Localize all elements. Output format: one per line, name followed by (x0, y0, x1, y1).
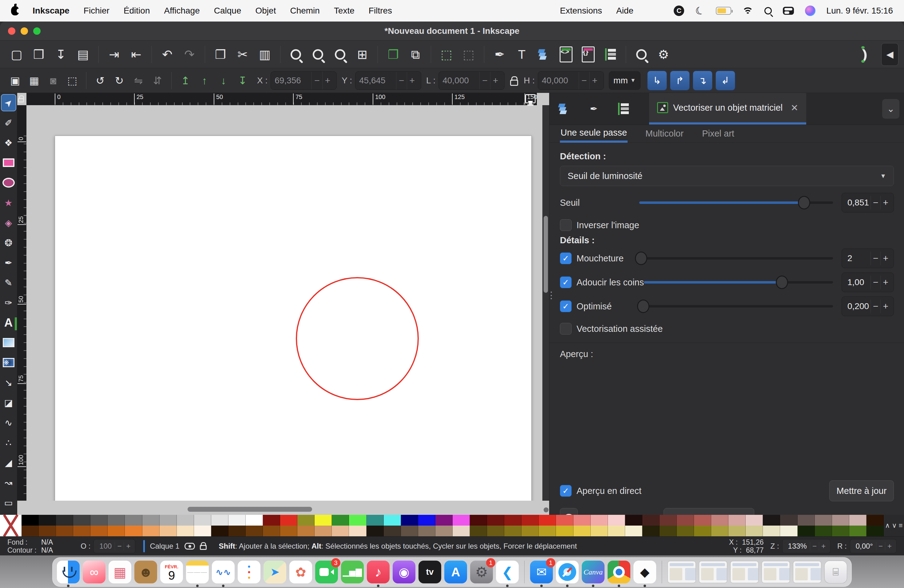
trace-bitmap-dialog-tab[interactable]: Vectoriser un objet matriciel ✕ (649, 93, 806, 125)
horizontal-scrollbar[interactable] (27, 506, 524, 514)
snap-toggle-button[interactable]: ) (853, 43, 876, 65)
menubar-clock[interactable]: Lun. 9 févr. 15:16 (827, 6, 893, 16)
color-swatch[interactable] (780, 515, 797, 526)
y-plus-button[interactable]: + (407, 72, 417, 90)
node-tool[interactable]: ✐ (1, 114, 16, 131)
menu-item[interactable]: Texte (334, 6, 354, 16)
chevron-down-icon[interactable]: ⌄ (882, 99, 899, 119)
threshold-spinbox[interactable]: 0,851 − + (842, 193, 894, 212)
color-swatch[interactable] (539, 515, 556, 526)
gradient-tool[interactable] (1, 334, 16, 351)
rotate-cw-button[interactable]: ↻ (110, 71, 129, 90)
live-preview-checkbox[interactable]: ✓ (560, 485, 572, 497)
color-swatch[interactable] (798, 526, 815, 536)
color-swatch[interactable] (659, 526, 677, 536)
color-swatch[interactable] (90, 526, 107, 536)
color-swatch[interactable] (642, 526, 659, 536)
color-swatch[interactable] (160, 515, 177, 526)
color-swatch[interactable] (56, 515, 73, 526)
color-swatch[interactable] (125, 515, 142, 526)
color-swatch[interactable] (401, 526, 418, 536)
y-minus-button[interactable]: − (396, 72, 407, 90)
color-swatch[interactable] (849, 515, 866, 526)
dock-settings[interactable]: ⚙1 (470, 561, 493, 583)
dock-chrome[interactable] (608, 561, 631, 583)
zoom-to-page-button[interactable] (329, 43, 351, 65)
width-plus-button[interactable]: + (490, 72, 501, 90)
threshold-plus[interactable]: + (880, 196, 890, 209)
color-swatch[interactable] (384, 526, 401, 536)
option-spinbox[interactable]: 0,200−+ (842, 296, 894, 316)
color-swatch[interactable] (349, 515, 366, 526)
vertical-scrollbar-thumb[interactable] (544, 216, 548, 293)
text-dialog-button[interactable]: T (511, 43, 533, 65)
fill-stroke-dialog-tab[interactable]: ✒ (579, 93, 608, 125)
scale-toggle[interactable]: ↴ (693, 71, 713, 90)
color-swatch[interactable] (815, 515, 832, 526)
color-swatch[interactable] (384, 515, 401, 526)
invert-image-checkbox[interactable]: ✓ (560, 219, 572, 231)
spiral-tool[interactable]: ❂ (1, 234, 16, 251)
x-plus-button[interactable]: + (322, 72, 333, 90)
color-swatch[interactable] (574, 526, 591, 536)
lower-button[interactable]: ↓ (214, 71, 233, 90)
save-document-button[interactable]: ↧ (50, 43, 72, 65)
fill-stroke-dialog-button[interactable]: ✒ (488, 43, 511, 65)
zoom-to-drawing-button[interactable] (307, 43, 329, 65)
opacity-field[interactable]: 100 − + (93, 539, 135, 553)
color-swatch[interactable] (401, 515, 418, 526)
align-dialog-button[interactable] (599, 43, 621, 65)
zoom-window-button[interactable] (33, 27, 41, 35)
color-swatch[interactable] (798, 515, 815, 526)
siri-icon[interactable] (805, 6, 815, 16)
option-plus[interactable]: + (880, 251, 890, 265)
menu-item[interactable]: Extensions (560, 6, 602, 16)
layer-visibility-icon[interactable] (185, 543, 195, 550)
connector-tool[interactable]: ↝ (1, 474, 16, 491)
color-swatch[interactable] (763, 526, 780, 536)
mesh-gradient-tool[interactable]: ❋ (1, 354, 16, 371)
option-checkbox[interactable]: ✓ (560, 277, 572, 288)
dock-numbers[interactable]: ▁▅▇ (341, 561, 364, 583)
color-swatch[interactable] (160, 526, 177, 536)
display-units-icon[interactable] (525, 94, 536, 103)
color-swatch[interactable] (263, 526, 280, 536)
selection-box-button[interactable]: ⬚ (63, 71, 82, 90)
color-swatch[interactable] (228, 515, 246, 526)
option-plus[interactable]: + (880, 275, 890, 289)
lower-to-bottom-button[interactable]: ↧ (233, 71, 252, 90)
minimized-window-thumbnail[interactable] (730, 561, 759, 583)
preferences-button[interactable]: ⚙ (653, 43, 675, 65)
zoom-to-selection-button[interactable] (285, 43, 307, 65)
zoom-center-page-button[interactable]: ⊞ (351, 43, 373, 65)
speckles-assist-checkbox[interactable]: ✓ (560, 323, 572, 335)
color-swatch[interactable] (297, 515, 315, 526)
width-minus-button[interactable]: − (479, 72, 490, 90)
color-swatch[interactable] (177, 526, 194, 536)
dock-mail[interactable]: ✉1 (530, 561, 553, 583)
ungroup-button[interactable]: ⬚ (458, 43, 480, 65)
color-swatch[interactable] (729, 515, 746, 526)
option-minus[interactable]: − (871, 251, 880, 265)
dock-safari[interactable] (556, 561, 579, 583)
dock-inkscape[interactable]: ◆ (634, 561, 656, 583)
new-document-button[interactable]: ▢ (6, 43, 28, 65)
color-swatch[interactable] (349, 526, 366, 536)
flip-vertical-button[interactable]: ⇵ (148, 71, 167, 90)
canvas-viewport[interactable] (27, 105, 537, 501)
menu-item[interactable]: Aide (616, 6, 634, 16)
align-dialog-tab[interactable] (608, 93, 638, 125)
option-checkbox[interactable]: ✓ (560, 300, 572, 312)
width-field[interactable]: 40,000 − + (438, 71, 504, 90)
color-swatch[interactable] (574, 515, 591, 526)
rectangle-tool[interactable] (1, 154, 16, 171)
scale-toggle[interactable]: ↳ (647, 71, 667, 90)
color-swatch[interactable] (522, 526, 539, 536)
color-swatch[interactable] (418, 515, 435, 526)
dock-vscode[interactable]: ❮ (496, 561, 519, 583)
color-swatch[interactable] (177, 515, 194, 526)
color-swatch[interactable] (211, 515, 228, 526)
threshold-minus[interactable]: − (871, 196, 880, 209)
color-swatch[interactable] (504, 515, 522, 526)
color-swatch[interactable] (263, 515, 280, 526)
